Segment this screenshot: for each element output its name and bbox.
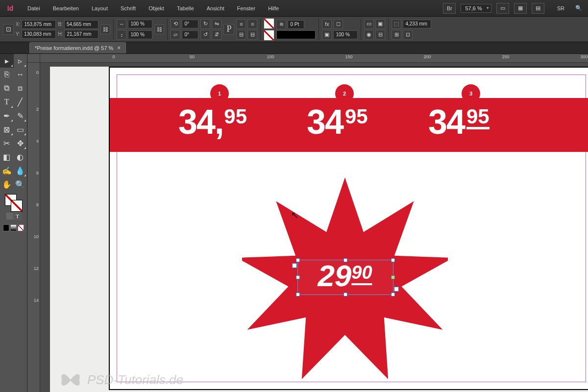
- gradient-swatch-tool[interactable]: ◧: [0, 150, 14, 164]
- zoom-tool[interactable]: 🔍: [14, 177, 27, 191]
- stroke-style-select[interactable]: [276, 30, 316, 39]
- align-center-icon[interactable]: ≡: [247, 19, 257, 29]
- menu-tabelle[interactable]: Tabelle: [174, 3, 197, 13]
- gap-tool[interactable]: ↔: [14, 68, 27, 81]
- bridge-button[interactable]: Br: [443, 3, 456, 14]
- w-input[interactable]: [64, 20, 98, 29]
- direct-selection-tool[interactable]: ▹: [14, 54, 27, 68]
- eyedropper-tool[interactable]: 💧: [14, 164, 27, 177]
- search-icon[interactable]: 🔍: [572, 3, 585, 14]
- menu-fenster[interactable]: Fenster: [234, 3, 258, 13]
- price-1[interactable]: 34 , 95: [178, 105, 247, 139]
- price-banner[interactable]: 1 2 3 34 , 95 34 95 34 95: [110, 98, 588, 152]
- wrap-bounding-icon[interactable]: ▣: [375, 19, 385, 29]
- scale-x-input[interactable]: [128, 20, 152, 28]
- opacity-input[interactable]: [333, 30, 358, 39]
- page-tool[interactable]: ⎘: [0, 68, 14, 81]
- wrap-shape-icon[interactable]: ◉: [364, 30, 374, 40]
- ruler-origin[interactable]: [27, 54, 40, 63]
- handle-sw[interactable]: [296, 293, 300, 296]
- fit-content-icon[interactable]: ⊞: [392, 30, 401, 40]
- apply-color-icon[interactable]: [3, 224, 9, 231]
- handle-w[interactable]: [296, 275, 300, 279]
- rectangle-frame-tool[interactable]: ⊠: [0, 122, 14, 136]
- menu-schrift[interactable]: Schrift: [118, 3, 139, 13]
- paragraph-icon[interactable]: P: [223, 24, 234, 35]
- h-input[interactable]: [64, 30, 98, 39]
- pen-tool[interactable]: ✒: [0, 109, 14, 122]
- content-placer-tool[interactable]: ⧈: [14, 81, 27, 95]
- handle-nw[interactable]: [296, 258, 300, 262]
- scale-y-input[interactable]: [128, 30, 152, 39]
- menu-ansicht[interactable]: Ansicht: [204, 3, 227, 13]
- stroke-color-icon[interactable]: [11, 200, 23, 212]
- handle-e[interactable]: [391, 275, 395, 279]
- menu-datei[interactable]: Datei: [24, 3, 43, 13]
- flip-v-icon[interactable]: ⇵: [212, 30, 221, 40]
- corner-icon[interactable]: ◻: [333, 19, 343, 29]
- zoom-level-select[interactable]: 57,6 %: [461, 4, 491, 13]
- handle-n[interactable]: [343, 258, 347, 262]
- price-2[interactable]: 34 95: [307, 105, 368, 139]
- apply-none-icon[interactable]: [18, 224, 24, 231]
- starburst-object[interactable]: 29 90: [242, 175, 448, 381]
- screen-mode-button[interactable]: ▭: [496, 3, 509, 14]
- formatting-container-icon[interactable]: [6, 213, 13, 220]
- stroke-swatch[interactable]: [264, 30, 274, 41]
- fit-frame-icon[interactable]: ⊡: [403, 30, 413, 40]
- distribute-v-icon[interactable]: ⊟: [247, 30, 257, 40]
- line-tool[interactable]: ╱: [14, 95, 27, 109]
- handle-s[interactable]: [343, 293, 347, 296]
- handle-ne[interactable]: [391, 258, 395, 262]
- type-tool[interactable]: T: [0, 95, 14, 109]
- apply-gradient-icon[interactable]: [10, 224, 17, 231]
- menu-objekt[interactable]: Objekt: [146, 3, 167, 13]
- menu-layout[interactable]: Layout: [89, 3, 111, 13]
- wrap-none-icon[interactable]: ▭: [364, 19, 374, 29]
- document-tab[interactable]: *Preise formatieren.indd @ 57 % ×: [29, 42, 126, 53]
- handle-se[interactable]: [391, 293, 395, 296]
- rotate-ccw-icon[interactable]: ↺: [200, 30, 210, 40]
- pencil-tool[interactable]: ✎: [14, 109, 27, 122]
- corner-type-icon[interactable]: ⬚: [392, 19, 401, 29]
- distribute-h-icon[interactable]: ⊟: [236, 30, 246, 40]
- in-port[interactable]: [292, 263, 297, 268]
- formatting-text-icon[interactable]: T: [14, 213, 21, 220]
- flip-h-icon[interactable]: ⇋: [212, 19, 221, 29]
- free-transform-tool[interactable]: ✥: [14, 136, 27, 150]
- fx-icon[interactable]: fx: [322, 19, 332, 29]
- view-options-button[interactable]: ▤: [532, 3, 544, 14]
- horizontal-ruler[interactable]: 0 50 100 150 200 250 300: [40, 54, 588, 63]
- y-input[interactable]: [22, 30, 56, 39]
- canvas-area[interactable]: 0 50 100 150 200 250 300 0 2 4 6 8 10 12…: [27, 54, 588, 392]
- link-wh-icon[interactable]: ⛓: [100, 24, 110, 34]
- reference-point-icon[interactable]: ⊡: [3, 24, 14, 35]
- rectangle-tool[interactable]: ▭: [14, 122, 27, 136]
- vertical-ruler[interactable]: 0 2 4 6 8 10 12 14: [27, 63, 40, 392]
- wrap-jump-icon[interactable]: ⊟: [375, 30, 385, 40]
- x-input[interactable]: [22, 20, 56, 29]
- fill-stroke-swatch[interactable]: T: [0, 191, 27, 222]
- content-collector-tool[interactable]: ⧉: [0, 81, 14, 95]
- note-tool[interactable]: ✍: [0, 164, 14, 177]
- out-port[interactable]: [394, 287, 399, 292]
- workspace-switcher[interactable]: SR: [554, 5, 567, 11]
- price-3[interactable]: 34 95: [428, 105, 490, 139]
- link-scale-icon[interactable]: ⛓: [154, 24, 164, 34]
- align-left-icon[interactable]: ≡: [236, 19, 246, 29]
- close-tab-button[interactable]: ×: [117, 45, 121, 51]
- menu-hilfe[interactable]: Hilfe: [265, 3, 282, 13]
- shear-input[interactable]: [182, 30, 198, 39]
- menu-bearbeiten[interactable]: Bearbeiten: [50, 3, 82, 13]
- rotate-cw-icon[interactable]: ↻: [200, 19, 210, 29]
- corner-radius-input[interactable]: [403, 20, 431, 28]
- page[interactable]: 1 2 3 34 , 95 34 95 34 95: [109, 67, 588, 390]
- gradient-feather-tool[interactable]: ◐: [14, 150, 27, 164]
- rotate-input[interactable]: [182, 20, 198, 28]
- fill-swatch[interactable]: [264, 18, 274, 29]
- stroke-weight-input[interactable]: [288, 20, 304, 29]
- selection-frame[interactable]: [297, 260, 393, 295]
- selection-tool[interactable]: ▸: [0, 54, 14, 68]
- arrange-button[interactable]: ▦: [514, 3, 527, 14]
- hand-tool[interactable]: ✋: [0, 177, 14, 191]
